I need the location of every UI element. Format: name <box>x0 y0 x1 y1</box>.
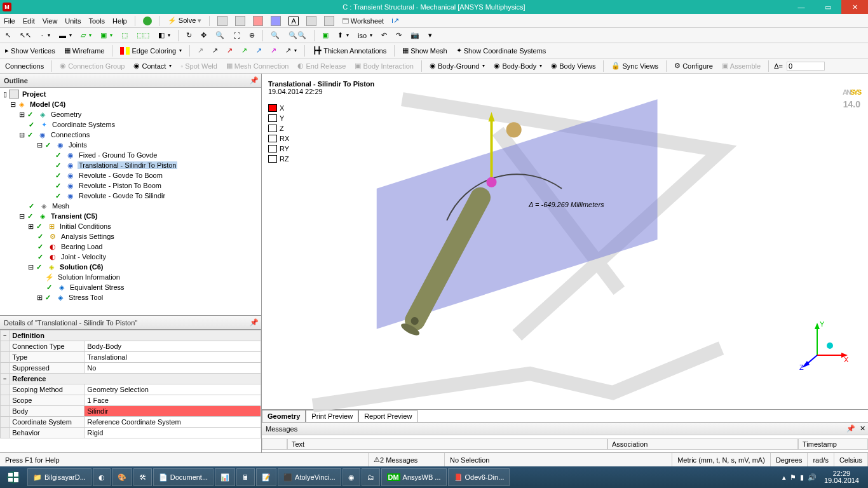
menu-help[interactable]: Help <box>112 17 127 25</box>
e1-icon[interactable]: ↗ <box>195 44 206 57</box>
contact-button[interactable]: ◉ Contact <box>131 60 174 72</box>
menu-edit[interactable]: Edit <box>23 17 35 25</box>
task-item[interactable]: 📄 Document... <box>153 468 214 486</box>
tree-mesh[interactable]: Mesh <box>51 202 71 210</box>
connection-group-button[interactable]: ◉ Connection Group <box>57 60 127 72</box>
tool-icon-3[interactable] <box>253 16 263 26</box>
fit-icon[interactable]: ⊕ <box>247 29 257 42</box>
supp-value[interactable]: No <box>85 363 261 374</box>
tree-joints[interactable]: Joints <box>67 141 88 149</box>
spot-weld-button[interactable]: ◦ Spot Weld <box>178 60 219 72</box>
msg-col-assoc[interactable]: Association <box>607 438 798 450</box>
msg-col-text[interactable]: Text <box>287 438 607 450</box>
configure-button[interactable]: ⚙ Configure <box>672 60 715 72</box>
viewcube-icon[interactable]: ▣ <box>320 29 331 42</box>
pin-icon[interactable]: 📌 <box>250 318 259 327</box>
task-item[interactable]: 📝 <box>256 468 276 486</box>
e5-icon[interactable]: ↗ <box>254 44 264 57</box>
connections-button[interactable]: Connections <box>3 60 46 72</box>
tree-geometry[interactable]: Geometry <box>50 111 83 118</box>
tool-icon-6[interactable] <box>324 16 334 26</box>
tool-icon-2[interactable] <box>235 16 245 26</box>
task-item[interactable]: ◉ <box>342 468 360 486</box>
cs-value[interactable]: Reference Coordinate System <box>85 417 261 428</box>
task-item[interactable]: 🖩 <box>236 468 255 486</box>
e4-icon[interactable]: ↗ <box>239 44 250 57</box>
tree-eqstress[interactable]: Equivalent Stress <box>69 283 126 291</box>
tree-joint-0[interactable]: Fixed - Ground To Govde <box>78 151 158 159</box>
e2-icon[interactable]: ↗ <box>210 44 220 57</box>
tree-cs[interactable]: Coordinate Systems <box>51 121 116 128</box>
face-icon[interactable]: ▱ <box>78 29 94 42</box>
pin-icon[interactable]: 📌 <box>846 424 855 433</box>
prev-icon[interactable]: ↶ <box>379 29 390 42</box>
task-item[interactable]: DM AnsysWB ... <box>381 468 447 486</box>
tray-flag-icon[interactable]: ⚑ <box>790 473 796 482</box>
close-messages-icon[interactable]: ✕ <box>860 424 865 433</box>
task-item[interactable]: 📕 Odev6-Din... <box>448 468 510 486</box>
maximize-button[interactable]: ▭ <box>815 0 841 14</box>
viewup-icon[interactable]: ⬆ <box>335 29 351 42</box>
assemble-button[interactable]: ▣ Assemble <box>719 60 763 72</box>
thicken-button[interactable]: ┣╋ Thicken Annotations <box>310 44 389 57</box>
mag2-icon[interactable]: 🔍🔍 <box>286 29 309 42</box>
wireframe-button[interactable]: ▦ Wireframe <box>62 44 107 57</box>
tool-icon-5[interactable] <box>306 16 316 26</box>
task-item[interactable]: 🎨 <box>112 468 132 486</box>
pan-icon[interactable]: ✥ <box>198 29 209 42</box>
type-value[interactable]: Translational <box>85 352 261 363</box>
body-views-button[interactable]: ◉ Body Views <box>548 60 598 72</box>
tool-icon[interactable] <box>217 16 227 26</box>
msg-col-time[interactable]: Timestamp <box>798 438 868 450</box>
edge-coloring-button[interactable]: Edge Coloring <box>118 44 184 57</box>
edge-icon[interactable]: ▬ <box>57 29 74 42</box>
ext-icon[interactable]: ◧ <box>156 29 173 42</box>
body-interaction-button[interactable]: ▣ Body Interaction <box>352 60 416 72</box>
node-icon[interactable]: ⬚ <box>119 29 130 42</box>
pin-icon[interactable]: 📌 <box>250 76 259 85</box>
status-msg[interactable]: ⚠ 2 Messages <box>369 453 445 467</box>
mag-icon[interactable]: 🔍 <box>268 29 282 42</box>
tool-icon-4[interactable] <box>271 16 281 26</box>
tree-joint-4[interactable]: Revolute - Govde To Silindir <box>78 192 166 200</box>
run-icon[interactable] <box>143 17 152 25</box>
delta-input[interactable] <box>787 62 825 71</box>
snap-icon[interactable]: 📷 <box>408 29 422 42</box>
task-item[interactable]: 🛠 <box>133 468 152 486</box>
task-item[interactable]: 🗂 <box>362 468 380 486</box>
tree-model[interactable]: Model (C4) <box>29 100 67 108</box>
sync-views-button[interactable]: 🔒 Sync Views <box>609 60 661 72</box>
tree-project[interactable]: Project <box>21 90 47 98</box>
menu-file[interactable]: File <box>4 17 15 25</box>
tree-joint-1[interactable]: Translational - Silindir To Piston <box>78 161 177 169</box>
e3-icon[interactable]: ↗ <box>224 44 235 57</box>
clock[interactable]: 22:29 19.04.2014 <box>820 470 863 484</box>
e7-icon[interactable]: ↗ <box>283 44 299 57</box>
boxzoom-icon[interactable]: ⛶ <box>231 29 243 42</box>
e6-icon[interactable]: ↗ <box>268 44 279 57</box>
annotation-a-icon[interactable]: A <box>288 17 298 25</box>
scope-value[interactable]: 1 Face <box>85 395 261 406</box>
tree-stresstool[interactable]: Stress Tool <box>67 294 104 301</box>
info-icon[interactable]: i↗ <box>391 17 398 25</box>
task-item[interactable]: ◐ <box>93 468 111 486</box>
snap-dropdown-icon[interactable]: ▾ <box>426 29 435 42</box>
close-button[interactable]: ✕ <box>841 0 868 14</box>
system-tray[interactable]: ▴ ⚑ ▮ 🔊 22:29 19.04.2014 <box>777 470 868 484</box>
body-value[interactable]: Silindir <box>85 406 261 417</box>
mesh-connection-button[interactable]: ▦ Mesh Connection <box>224 60 292 72</box>
start-button[interactable] <box>0 466 27 488</box>
body-icon[interactable]: ▣ <box>98 29 115 42</box>
cursor2-icon[interactable]: ↖↖ <box>17 29 34 42</box>
task-item[interactable]: 📁 BilgisayarD... <box>27 468 92 486</box>
cursor-icon[interactable]: ↖ <box>3 29 13 42</box>
tree-solution[interactable]: Solution (C6) <box>58 263 104 271</box>
task-item[interactable]: 📊 <box>215 468 235 486</box>
conn-type-value[interactable]: Body-Body <box>85 341 261 352</box>
details-grid[interactable]: −Definition Connection TypeBody-Body Typ… <box>0 330 261 452</box>
tree-initial[interactable]: Initial Conditions <box>58 222 112 230</box>
end-release-button[interactable]: ◐ End Release <box>295 60 348 72</box>
iso-icon[interactable]: iso <box>355 29 375 42</box>
menu-units[interactable]: Units <box>65 17 81 25</box>
beh-value[interactable]: Rigid <box>85 428 261 438</box>
